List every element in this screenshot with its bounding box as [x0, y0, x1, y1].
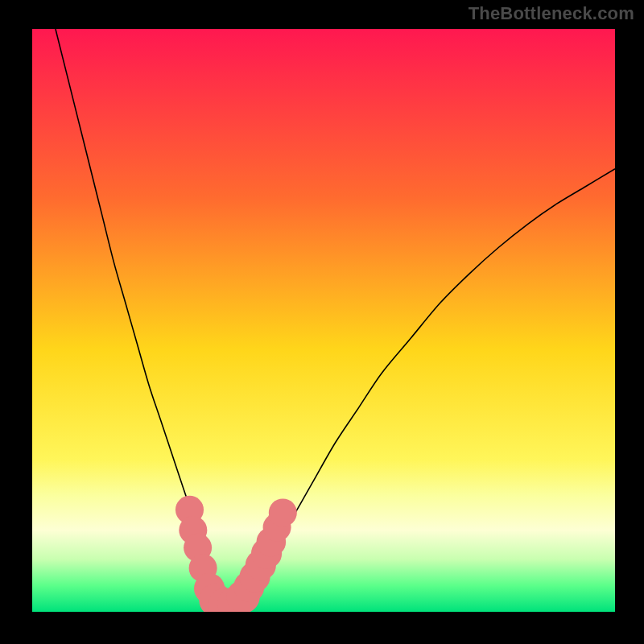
- gradient-background: [32, 29, 615, 612]
- curve-marker: [269, 498, 297, 526]
- watermark-text: TheBottleneck.com: [469, 3, 634, 24]
- frame: TheBottleneck.com: [0, 0, 644, 644]
- plot-area: [32, 29, 615, 612]
- chart-svg: [32, 29, 615, 612]
